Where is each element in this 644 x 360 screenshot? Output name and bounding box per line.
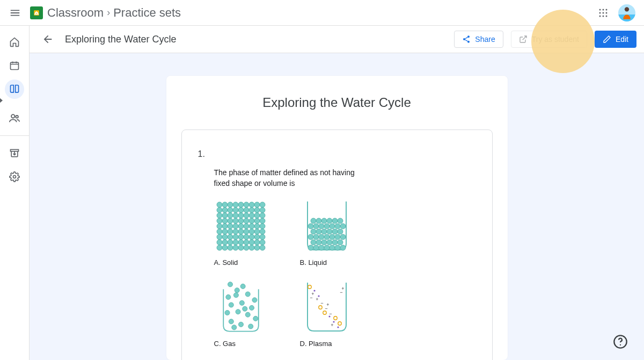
svg-point-55 [238, 218, 244, 224]
svg-point-13 [603, 15, 604, 17]
share-icon [462, 35, 471, 44]
svg-point-78 [217, 234, 222, 240]
svg-point-121 [324, 234, 330, 240]
sheet-heading: Exploring the Water Cycle [181, 95, 493, 110]
svg-point-154 [253, 316, 258, 321]
svg-point-11 [606, 12, 608, 13]
svg-point-110 [335, 245, 340, 250]
solid-diagram-icon [214, 199, 268, 253]
svg-point-159 [231, 325, 236, 330]
page-title: Exploring the Water Cycle [65, 34, 176, 45]
svg-point-76 [254, 229, 260, 234]
svg-point-26 [228, 202, 233, 207]
nav-archive[interactable] [5, 143, 24, 163]
option-a[interactable]: A. Solid [214, 199, 300, 267]
svg-point-33 [217, 207, 222, 213]
svg-point-31 [254, 202, 260, 207]
option-b[interactable]: B. Liquid [300, 199, 386, 267]
svg-point-139 [316, 218, 321, 224]
try-as-student-label: Try as student [532, 35, 579, 44]
svg-point-35 [228, 207, 233, 213]
svg-text:+: + [331, 323, 333, 328]
breadcrumb-root[interactable]: Classroom [47, 6, 104, 20]
edit-button[interactable]: Edit [595, 31, 636, 48]
svg-point-116 [332, 240, 338, 245]
svg-point-41 [260, 207, 265, 213]
svg-point-12 [599, 15, 601, 17]
gas-diagram-icon [214, 280, 268, 334]
svg-point-151 [225, 311, 230, 315]
nav-calendar[interactable] [5, 56, 24, 75]
expand-rail-handle[interactable] [0, 96, 4, 105]
svg-point-37 [238, 207, 244, 213]
breadcrumb-current[interactable]: Practice sets [113, 6, 181, 20]
nav-practice-sets[interactable] [5, 80, 24, 99]
svg-point-94 [254, 240, 260, 245]
svg-point-175 [323, 311, 326, 314]
svg-point-120 [319, 234, 324, 240]
svg-point-21 [467, 35, 470, 38]
nav-people[interactable] [5, 109, 24, 128]
svg-point-167 [338, 322, 341, 325]
svg-point-144 [225, 295, 230, 300]
svg-point-77 [260, 229, 265, 234]
svg-point-142 [332, 218, 338, 224]
svg-point-118 [308, 234, 313, 240]
hamburger-icon [9, 7, 21, 19]
help-button[interactable] [613, 334, 628, 349]
back-button[interactable] [38, 30, 57, 49]
svg-point-6 [599, 9, 601, 10]
svg-text:−: − [310, 296, 312, 301]
svg-point-53 [228, 218, 233, 224]
option-d[interactable]: +−+−+−+−+− D. Plasma [300, 280, 386, 348]
svg-point-125 [311, 229, 316, 234]
nav-home[interactable] [5, 32, 24, 52]
svg-point-129 [332, 229, 338, 234]
option-c[interactable]: C. Gas [214, 280, 300, 348]
svg-point-184 [620, 344, 621, 345]
content-canvas: Exploring the Water Cycle 1. The phase o… [30, 53, 644, 360]
question-card: 1. The phase of matter defined as not ha… [181, 129, 493, 360]
svg-point-65 [244, 224, 249, 229]
classroom-logo-icon [30, 6, 43, 19]
svg-point-30 [249, 202, 254, 207]
svg-point-102 [249, 245, 254, 250]
svg-point-57 [249, 218, 254, 224]
svg-point-39 [249, 207, 254, 213]
people-icon [9, 112, 20, 124]
svg-point-88 [222, 240, 228, 245]
svg-point-137 [340, 224, 346, 229]
svg-point-156 [238, 322, 243, 327]
try-as-student-button[interactable]: Try as student [511, 31, 587, 48]
svg-point-92 [244, 240, 249, 245]
svg-point-18 [16, 116, 18, 118]
svg-point-24 [217, 202, 222, 207]
svg-point-109 [330, 245, 335, 250]
share-button[interactable]: Share [454, 31, 503, 48]
svg-point-90 [233, 240, 238, 245]
svg-point-132 [313, 224, 319, 229]
svg-point-135 [330, 224, 335, 229]
svg-point-128 [327, 229, 332, 234]
nav-settings[interactable] [5, 167, 24, 186]
svg-point-73 [238, 229, 244, 234]
svg-point-45 [233, 213, 238, 218]
account-avatar[interactable] [618, 4, 635, 21]
svg-point-50 [260, 213, 265, 218]
svg-point-29 [244, 202, 249, 207]
svg-point-86 [260, 234, 265, 240]
svg-point-103 [254, 245, 260, 250]
option-b-label: B. Liquid [300, 258, 386, 267]
svg-point-40 [254, 207, 260, 213]
main-menu-button[interactable] [4, 2, 26, 24]
svg-point-52 [222, 218, 228, 224]
svg-point-59 [260, 218, 265, 224]
option-c-label: C. Gas [214, 340, 300, 348]
svg-point-133 [319, 224, 324, 229]
svg-point-122 [330, 234, 335, 240]
svg-point-58 [254, 218, 260, 224]
svg-point-101 [244, 245, 249, 250]
google-apps-button[interactable] [592, 2, 614, 24]
svg-point-130 [338, 229, 343, 234]
svg-text:+: + [316, 297, 318, 303]
